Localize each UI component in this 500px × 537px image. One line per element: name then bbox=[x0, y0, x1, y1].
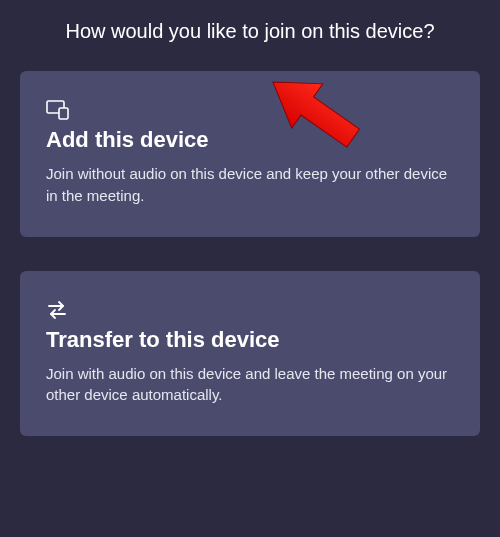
transfer-icon bbox=[46, 299, 454, 321]
option-title: Transfer to this device bbox=[46, 327, 454, 353]
transfer-to-this-device-option[interactable]: Transfer to this device Join with audio … bbox=[20, 271, 480, 437]
add-device-icon bbox=[46, 99, 454, 121]
join-device-dialog: How would you like to join on this devic… bbox=[0, 0, 500, 456]
dialog-heading: How would you like to join on this devic… bbox=[20, 18, 480, 45]
svg-rect-1 bbox=[59, 108, 68, 119]
option-title: Add this device bbox=[46, 127, 454, 153]
option-description: Join without audio on this device and ke… bbox=[46, 163, 454, 207]
add-this-device-option[interactable]: Add this device Join without audio on th… bbox=[20, 71, 480, 237]
option-description: Join with audio on this device and leave… bbox=[46, 363, 454, 407]
